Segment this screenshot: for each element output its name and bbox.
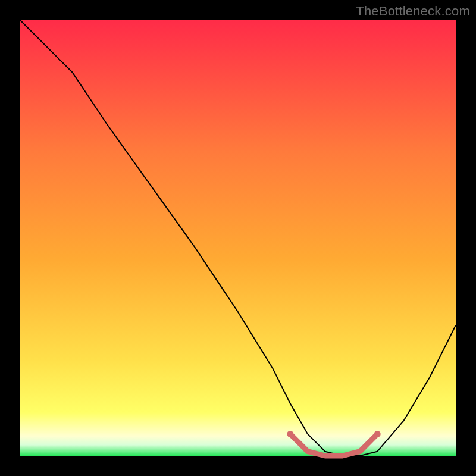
chart-frame: TheBottleneck.com [0,0,476,476]
watermark-text: TheBottleneck.com [356,4,470,19]
marker-endpoint [287,431,293,437]
marker-endpoint [374,431,381,437]
gradient-background [20,20,456,456]
bottleneck-chart [0,0,476,476]
